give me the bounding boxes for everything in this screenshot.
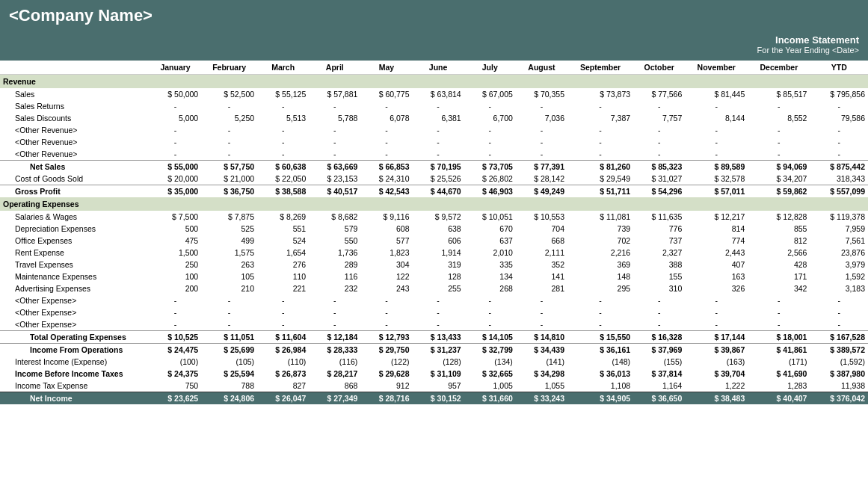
row-value: - (748, 124, 810, 136)
row-value: 2,010 (464, 247, 516, 259)
col-nov: November (685, 61, 748, 75)
row-value: $ 40,517 (309, 185, 360, 198)
row-value: 163 (685, 271, 748, 282)
row-value: - (257, 136, 309, 148)
row-value: 579 (309, 223, 360, 235)
row-value: 276 (257, 259, 309, 271)
row-value: $ 26,873 (257, 368, 309, 380)
row-label: Gross Profit (0, 185, 150, 198)
row-value: 318,343 (810, 173, 868, 185)
row-value: - (633, 318, 685, 331)
row-value: - (464, 148, 516, 161)
row-value: $ 37,814 (633, 368, 685, 380)
row-value: - (257, 306, 309, 318)
col-oct: October (633, 61, 685, 75)
revenue-row: Sales Discounts5,0005,2505,5135,7886,078… (0, 112, 868, 124)
row-value: $ 26,802 (464, 173, 516, 185)
row-value: - (309, 136, 360, 148)
row-label: <Other Revenue> (0, 136, 150, 148)
row-value: - (413, 318, 464, 331)
row-value: $ 55,000 (150, 161, 201, 173)
row-value: (141) (516, 356, 567, 368)
row-value: 855 (748, 223, 810, 235)
row-value: - (748, 100, 810, 112)
row-value: - (360, 294, 412, 306)
row-value: 3,183 (810, 282, 868, 294)
row-value: $ 34,905 (567, 392, 633, 405)
row-value: 243 (360, 282, 412, 294)
row-label: Advertising Expenses (0, 282, 150, 294)
row-value: $ 7,500 (150, 211, 201, 223)
row-value: $ 24,375 (150, 368, 201, 380)
row-value: $ 14,105 (464, 331, 516, 344)
row-value: - (748, 306, 810, 318)
row-value: - (360, 100, 412, 112)
row-value: $ 85,323 (633, 161, 685, 173)
opex-row: Rent Expense1,5001,5751,6541,7361,8231,9… (0, 247, 868, 259)
row-value: 304 (360, 259, 412, 271)
row-value: $ 41,690 (748, 368, 810, 380)
row-value: (105) (201, 356, 257, 368)
row-label: Income Before Income Taxes (0, 368, 150, 380)
row-value: 281 (516, 282, 567, 294)
row-value: $ 81,260 (567, 161, 633, 173)
opex-row: Maintenance Expenses10010511011612212813… (0, 271, 868, 282)
row-value: - (516, 306, 567, 318)
row-value: - (360, 136, 412, 148)
row-value: - (516, 124, 567, 136)
income-before-tax-row: Income Before Income Taxes$ 24,375$ 25,5… (0, 368, 868, 380)
row-value: - (685, 100, 748, 112)
row-value: (148) (567, 356, 633, 368)
row-value: 774 (685, 235, 748, 247)
row-value: 550 (309, 235, 360, 247)
row-value: $ 22,050 (257, 173, 309, 185)
row-value: $ 33,243 (516, 392, 567, 405)
row-value: $ 12,793 (360, 331, 412, 344)
row-value: $ 89,589 (685, 161, 748, 173)
row-value: (128) (413, 356, 464, 368)
row-value: $ 50,000 (150, 88, 201, 100)
row-label: Travel Expenses (0, 259, 150, 271)
row-value: 6,700 (464, 112, 516, 124)
company-header: <Company Name> (0, 0, 868, 31)
row-value: - (150, 318, 201, 331)
row-value: - (309, 306, 360, 318)
row-value: - (810, 294, 868, 306)
row-value: - (360, 148, 412, 161)
gross-profit-row: Gross Profit$ 35,000$ 36,750$ 38,588$ 40… (0, 185, 868, 198)
row-value: - (685, 318, 748, 331)
row-value: - (309, 148, 360, 161)
row-value: $ 9,116 (360, 211, 412, 223)
row-value: 148 (567, 271, 633, 282)
row-value: - (810, 136, 868, 148)
row-value: $ 40,407 (748, 392, 810, 405)
row-value: - (464, 318, 516, 331)
row-value: 289 (309, 259, 360, 271)
row-value: 155 (633, 271, 685, 282)
row-value: - (464, 306, 516, 318)
row-value: $ 59,862 (748, 185, 810, 198)
row-value: - (360, 306, 412, 318)
row-value: $ 12,217 (685, 211, 748, 223)
row-value: $ 10,051 (464, 211, 516, 223)
row-value: $ 21,000 (201, 173, 257, 185)
row-value: 335 (464, 259, 516, 271)
row-value: (134) (464, 356, 516, 368)
row-value: (110) (257, 356, 309, 368)
row-value: 5,513 (257, 112, 309, 124)
row-value: 7,387 (567, 112, 633, 124)
row-value: 122 (360, 271, 412, 282)
company-name: <Company Name> (9, 6, 153, 25)
row-value: $ 94,069 (748, 161, 810, 173)
tax-expense-row: Income Tax Expense7507888278689129571,00… (0, 380, 868, 392)
opex-row: <Other Expense>------------- (0, 294, 868, 306)
row-value: - (464, 136, 516, 148)
row-value: $ 23,625 (150, 392, 201, 405)
row-value: - (360, 124, 412, 136)
row-value: 342 (748, 282, 810, 294)
row-value: $ 29,628 (360, 368, 412, 380)
row-value: - (685, 294, 748, 306)
row-value: - (150, 136, 201, 148)
row-value: - (201, 136, 257, 148)
row-value: - (810, 306, 868, 318)
